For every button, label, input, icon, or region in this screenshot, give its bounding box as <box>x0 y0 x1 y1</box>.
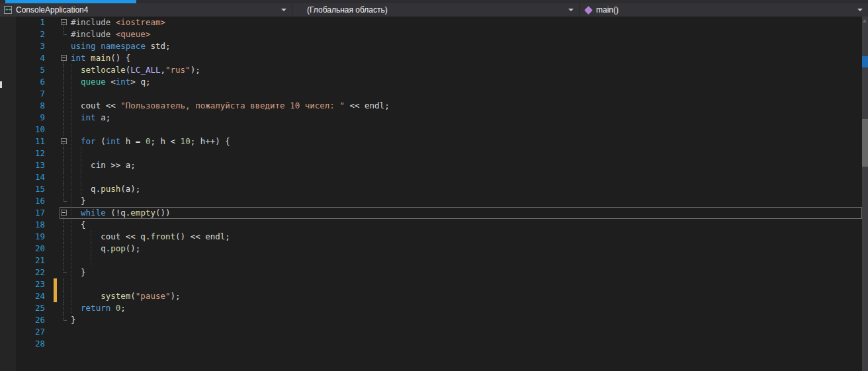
code-text[interactable] <box>69 326 862 338</box>
code-text[interactable]: cout << q.front() << endl; <box>69 231 862 243</box>
code-line-body <box>60 278 862 290</box>
fold-margin <box>60 231 69 243</box>
chevron-down-icon[interactable] <box>568 7 573 13</box>
code-line[interactable]: 26} <box>0 314 862 326</box>
code-text[interactable]: while (!q.empty()) <box>69 207 862 219</box>
code-text[interactable]: return 0; <box>69 302 862 314</box>
code-text[interactable]: #include <queue> <box>69 28 862 40</box>
code-token: } <box>71 267 86 277</box>
code-line[interactable]: 7 <box>0 88 862 100</box>
code-line[interactable]: 4int main() { <box>0 52 862 64</box>
code-line[interactable]: 9 int a; <box>0 112 862 124</box>
code-line[interactable]: 28 <box>0 338 862 350</box>
indent-guide <box>81 183 81 195</box>
code-token: (); <box>126 243 141 253</box>
code-line[interactable]: 11 for (int h = 0; h < 10; h++) { <box>0 136 862 147</box>
code-line[interactable]: 13 cin >> a; <box>0 159 862 171</box>
code-text[interactable] <box>69 124 862 136</box>
code-text[interactable]: cin >> a; <box>69 159 862 171</box>
code-token: ; <box>120 303 126 313</box>
code-line[interactable]: 24 system("pause"); <box>0 290 862 302</box>
line-number: 28 <box>16 338 45 350</box>
scrollbar-up-arrow-icon[interactable] <box>862 18 868 24</box>
code-line[interactable]: 5 setlocale(LC_ALL,"rus"); <box>0 64 862 76</box>
code-area: 1#include <iostream>2#include <queue>3us… <box>0 17 862 350</box>
change-tracking-bar <box>54 159 57 171</box>
code-line[interactable]: 16 } <box>0 195 862 207</box>
change-tracking-bar <box>54 40 57 52</box>
indent-guide <box>71 159 71 171</box>
code-line[interactable]: 3using namespace std; <box>0 40 862 52</box>
code-line[interactable]: 2#include <queue> <box>0 28 862 40</box>
code-text[interactable]: int a; <box>69 112 862 124</box>
code-text[interactable] <box>69 171 862 183</box>
code-token: ( <box>96 136 106 146</box>
code-text[interactable]: } <box>69 314 862 326</box>
code-text[interactable] <box>69 338 862 350</box>
code-line-body: } <box>60 314 862 326</box>
fold-toggle-icon[interactable] <box>60 17 69 28</box>
line-number: 21 <box>16 255 45 267</box>
indent-guide <box>71 231 71 243</box>
fold-toggle-icon[interactable] <box>60 52 69 64</box>
code-text[interactable]: int main() { <box>69 52 862 64</box>
chevron-down-icon[interactable] <box>857 7 862 13</box>
code-text[interactable]: q.push(a); <box>69 183 862 195</box>
code-line[interactable]: 10 <box>0 124 862 136</box>
code-text[interactable]: system("pause"); <box>69 290 862 302</box>
code-text[interactable]: queue <int> q; <box>69 76 862 88</box>
code-text[interactable]: q.pop(); <box>69 243 862 255</box>
line-number: 1 <box>16 17 45 28</box>
change-tracking-bar <box>54 76 57 88</box>
code-line[interactable]: 14 <box>0 171 862 183</box>
code-line[interactable]: 8 cout << "Пользователь, пожалуйста введ… <box>0 100 862 112</box>
code-token: setlocale <box>81 65 126 75</box>
line-number: 11 <box>16 136 45 147</box>
scrollbar-thumb[interactable] <box>862 119 868 167</box>
fold-margin <box>60 112 69 124</box>
vertical-scrollbar[interactable] <box>862 17 868 371</box>
code-text[interactable] <box>69 278 862 290</box>
change-tracking-bar <box>54 314 57 326</box>
code-text[interactable]: cout << "Пользователь, пожалуйста введит… <box>69 100 862 112</box>
cpp-project-icon <box>4 6 12 14</box>
code-token <box>71 65 81 75</box>
code-line[interactable]: 21 <box>0 255 862 267</box>
code-line[interactable]: 22 } <box>0 267 862 278</box>
code-line[interactable]: 17 while (!q.empty()) <box>0 207 862 219</box>
line-number: 22 <box>16 267 45 278</box>
code-text[interactable]: for (int h = 0; h < 10; h++) { <box>69 136 862 147</box>
change-tracking-bar <box>54 255 57 267</box>
chevron-down-icon[interactable] <box>281 7 286 13</box>
member-dropdown-label: main() <box>596 3 619 17</box>
code-line[interactable]: 25 return 0; <box>0 302 862 314</box>
code-text[interactable]: using namespace std; <box>69 40 862 52</box>
code-line[interactable]: 27 <box>0 326 862 338</box>
code-line[interactable]: 19 cout << q.front() << endl; <box>0 231 862 243</box>
change-tracking-bar <box>54 52 57 64</box>
code-text[interactable] <box>69 88 862 100</box>
code-line[interactable]: 23 <box>0 278 862 290</box>
indent-guide <box>71 267 71 278</box>
indent-guide <box>91 243 91 255</box>
project-dropdown-label: ConsoleApplication4 <box>16 3 88 17</box>
fold-toggle-icon[interactable] <box>60 136 69 147</box>
member-dropdown[interactable]: main() <box>579 3 868 17</box>
code-text[interactable] <box>69 147 862 159</box>
code-text[interactable]: } <box>69 195 862 207</box>
fold-toggle-icon[interactable] <box>60 207 69 219</box>
code-line[interactable]: 18 { <box>0 219 862 231</box>
code-text[interactable]: { <box>69 219 862 231</box>
code-line[interactable]: 20 q.pop(); <box>0 243 862 255</box>
code-text[interactable] <box>69 255 862 267</box>
code-line[interactable]: 6 queue <int> q; <box>0 76 862 88</box>
code-line[interactable]: 12 <box>0 147 862 159</box>
code-text[interactable]: } <box>69 267 862 278</box>
code-line[interactable]: 1#include <iostream> <box>0 17 862 28</box>
fold-margin <box>60 255 69 267</box>
code-line[interactable]: 15 q.push(a); <box>0 183 862 195</box>
code-text[interactable]: setlocale(LC_ALL,"rus"); <box>69 64 862 76</box>
scope-dropdown[interactable]: (Глобальная область) <box>292 3 579 17</box>
project-dropdown[interactable]: ConsoleApplication4 <box>0 3 292 17</box>
code-text[interactable]: #include <iostream> <box>69 17 862 28</box>
